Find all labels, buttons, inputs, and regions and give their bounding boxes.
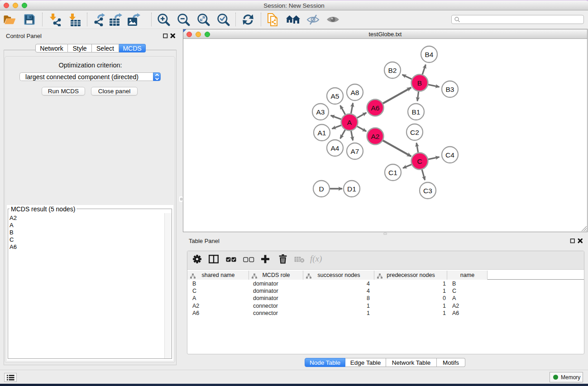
svg-text:B4: B4 <box>425 51 434 58</box>
svg-text:A2: A2 <box>371 133 380 140</box>
svg-text:D1: D1 <box>347 185 356 193</box>
svg-text:A4: A4 <box>331 144 339 152</box>
svg-text:A: A <box>347 119 352 126</box>
svg-text:C3: C3 <box>423 187 432 195</box>
svg-text:C1: C1 <box>388 169 397 176</box>
svg-text:B3: B3 <box>446 86 454 93</box>
svg-text:A7: A7 <box>351 148 359 155</box>
svg-text:A3: A3 <box>316 108 325 116</box>
svg-text:B2: B2 <box>388 67 397 74</box>
svg-text:D: D <box>319 185 324 193</box>
svg-text:B1: B1 <box>412 108 421 116</box>
svg-text:A1: A1 <box>318 129 326 137</box>
svg-text:C: C <box>417 157 422 165</box>
svg-text:C2: C2 <box>410 129 419 136</box>
svg-text:C4: C4 <box>445 151 454 159</box>
svg-text:B: B <box>417 79 422 87</box>
svg-text:A6: A6 <box>371 104 380 112</box>
svg-text:A5: A5 <box>331 92 339 100</box>
svg-text:A8: A8 <box>351 89 359 96</box>
